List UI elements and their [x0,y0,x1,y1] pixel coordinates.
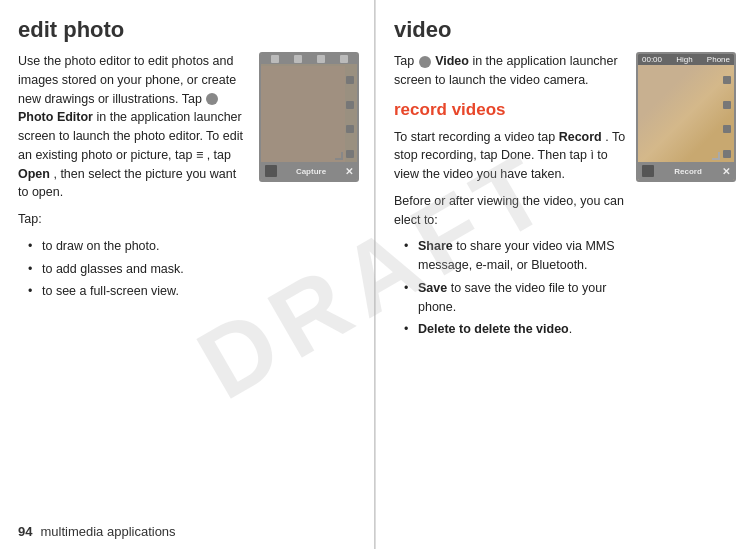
open-label: Open [18,167,50,181]
video-ctrl-btn-1 [723,76,731,84]
column-divider [374,0,375,549]
edit-photo-content: Use the photo editor to edit photos and … [18,52,359,307]
bullet-save: Save to save the video file to your phon… [404,279,626,317]
record-videos-title: record videos [394,100,626,120]
record-text1: To start recording a video tap [394,130,559,144]
rect-icon [317,55,325,63]
ctrl-btn-4 [346,150,354,158]
video-label: Video [435,54,469,68]
video-content: Tap Video in the application launcher sc… [394,52,736,345]
before-after-text: Before or after viewing the video, you c… [394,192,626,230]
time-display: 00:00 [642,55,662,64]
edit-photo-bullets: to draw on the photo. to add glasses and… [28,237,249,301]
intro-text3: , tap [207,148,231,162]
video-screen-bottom-bar: Record ✕ [638,162,734,180]
close-btn: ✕ [345,166,353,177]
photo-screen-top-bar [261,54,357,64]
video-ctrl-btn-2 [723,101,731,109]
menu-icon: ≡ [196,148,203,162]
grid-icon [271,55,279,63]
video-title: video [394,18,736,42]
ctrl-btn-2 [346,101,354,109]
video-screen-top-bar: 00:00 High Phone [638,54,734,65]
photo-screen-right-controls [345,68,355,166]
bullet-fullscreen: to see a full-screen view. [28,282,249,301]
video-phone-screen: 00:00 High Phone [636,52,736,182]
bullet-glasses: to add glasses and mask. [28,260,249,279]
edit-photo-text-block: Use the photo editor to edit photos and … [18,52,249,307]
bullet-share: Share to share your video via MMS messag… [404,237,626,275]
page-footer-left: 94 multimedia applications [18,524,176,539]
bullet-delete: Delete to delete the video. [404,320,626,339]
photo-main-area [261,66,345,162]
video-screen-inner: 00:00 High Phone [638,54,734,180]
left-column: edit photo Use the photo editor to edit … [0,0,376,549]
photo-menu-icon [265,165,277,177]
face-icon [294,55,302,63]
video-screen-right-controls [722,68,732,166]
edit-photo-intro: Use the photo editor to edit photos and … [18,52,249,202]
video-intro: Tap Video in the application launcher sc… [394,52,626,90]
intro-text1: Use the photo editor to edit photos and … [18,54,236,106]
capture-label: Capture [296,167,326,176]
quality-label: High [676,55,692,64]
video-ctrl-btn-3 [723,125,731,133]
edit-photo-title: edit photo [18,18,359,42]
intro-text4: , then select the picture you want to op… [18,167,236,200]
video-ctrl-btn-4 [723,150,731,158]
footer-label: multimedia applications [40,524,175,539]
record-videos-text: To start recording a video tap Record . … [394,128,626,184]
photo-editor-icon [206,93,218,105]
resize-corner [335,152,343,160]
phone-label: Phone [707,55,730,64]
right-column: video Tap Video in the application launc… [376,0,752,549]
photo-screen-bottom-bar: Capture ✕ [261,162,357,180]
video-resize-corner [712,152,720,160]
record-bottom-label: Record [674,167,702,176]
edit-photo-phone-screen: Capture ✕ [259,52,359,182]
photo-screen-inner: Capture ✕ [261,54,357,180]
arrow-icon [340,55,348,63]
tap-label: Tap: [18,210,249,229]
ctrl-btn-3 [346,125,354,133]
video-menu-icon [642,165,654,177]
photo-editor-label: Photo Editor [18,110,93,124]
page-container: edit photo Use the photo editor to edit … [0,0,752,549]
video-close-btn: ✕ [722,166,730,177]
page-number: 94 [18,524,32,539]
video-intro-text1: Tap [394,54,418,68]
bullet-draw: to draw on the photo. [28,237,249,256]
video-text-block: Tap Video in the application launcher sc… [394,52,626,345]
record-label: Record [559,130,602,144]
video-icon [419,56,431,68]
ctrl-btn-1 [346,76,354,84]
video-bullets: Share to share your video via MMS messag… [404,237,626,339]
